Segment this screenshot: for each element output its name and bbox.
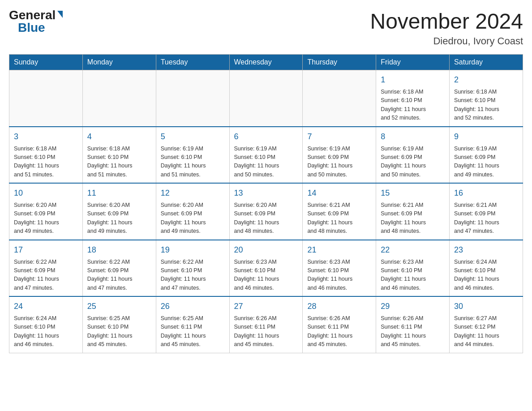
day-info: Sunrise: 6:26 AM Sunset: 6:11 PM Dayligh… (234, 314, 298, 349)
day-number: 17 (14, 244, 78, 256)
logo: General Blue (9, 9, 63, 34)
col-tuesday: Tuesday (156, 55, 229, 70)
calendar-cell: 19Sunrise: 6:22 AM Sunset: 6:10 PM Dayli… (156, 240, 229, 297)
calendar-cell: 15Sunrise: 6:21 AM Sunset: 6:09 PM Dayli… (376, 183, 450, 240)
main-title: November 2024 (370, 9, 523, 34)
calendar-cell: 25Sunrise: 6:25 AM Sunset: 6:10 PM Dayli… (82, 296, 156, 353)
day-number: 22 (381, 244, 445, 256)
day-info: Sunrise: 6:23 AM Sunset: 6:10 PM Dayligh… (381, 258, 445, 293)
day-info: Sunrise: 6:20 AM Sunset: 6:09 PM Dayligh… (234, 201, 298, 236)
calendar-cell: 4Sunrise: 6:18 AM Sunset: 6:10 PM Daylig… (82, 127, 156, 184)
day-number: 19 (161, 244, 225, 256)
day-info: Sunrise: 6:19 AM Sunset: 6:10 PM Dayligh… (161, 145, 225, 180)
day-number: 15 (381, 187, 445, 199)
day-number: 2 (454, 74, 518, 86)
header: General Blue November 2024 Diedrou, Ivor… (9, 9, 523, 47)
day-info: Sunrise: 6:19 AM Sunset: 6:09 PM Dayligh… (381, 145, 445, 180)
header-row: Sunday Monday Tuesday Wednesday Thursday… (9, 55, 523, 70)
calendar-cell: 6Sunrise: 6:19 AM Sunset: 6:10 PM Daylig… (229, 127, 303, 184)
calendar-cell: 30Sunrise: 6:27 AM Sunset: 6:12 PM Dayli… (450, 296, 523, 353)
calendar-week-2: 3Sunrise: 6:18 AM Sunset: 6:10 PM Daylig… (9, 127, 523, 184)
calendar-cell: 20Sunrise: 6:23 AM Sunset: 6:10 PM Dayli… (229, 240, 303, 297)
day-info: Sunrise: 6:20 AM Sunset: 6:09 PM Dayligh… (87, 201, 151, 236)
day-number: 18 (87, 244, 151, 256)
day-number: 11 (87, 187, 151, 199)
day-info: Sunrise: 6:19 AM Sunset: 6:09 PM Dayligh… (307, 145, 371, 180)
calendar-cell: 21Sunrise: 6:23 AM Sunset: 6:10 PM Dayli… (303, 240, 376, 297)
calendar-cell: 16Sunrise: 6:21 AM Sunset: 6:09 PM Dayli… (450, 183, 523, 240)
day-number: 10 (14, 187, 78, 199)
day-number: 12 (161, 187, 225, 199)
day-info: Sunrise: 6:25 AM Sunset: 6:11 PM Dayligh… (161, 314, 225, 349)
day-number: 4 (87, 131, 151, 143)
col-monday: Monday (82, 55, 156, 70)
day-info: Sunrise: 6:20 AM Sunset: 6:09 PM Dayligh… (14, 201, 78, 236)
day-info: Sunrise: 6:24 AM Sunset: 6:10 PM Dayligh… (14, 314, 78, 349)
day-number: 13 (234, 187, 298, 199)
calendar-cell: 23Sunrise: 6:24 AM Sunset: 6:10 PM Dayli… (450, 240, 523, 297)
calendar-cell: 14Sunrise: 6:21 AM Sunset: 6:09 PM Dayli… (303, 183, 376, 240)
calendar-week-5: 24Sunrise: 6:24 AM Sunset: 6:10 PM Dayli… (9, 296, 523, 353)
calendar-cell: 18Sunrise: 6:22 AM Sunset: 6:09 PM Dayli… (82, 240, 156, 297)
day-info: Sunrise: 6:25 AM Sunset: 6:10 PM Dayligh… (87, 314, 151, 349)
subtitle: Diedrou, Ivory Coast (370, 35, 523, 47)
day-number: 25 (87, 300, 151, 313)
calendar-cell (303, 70, 376, 127)
col-thursday: Thursday (303, 55, 376, 70)
day-info: Sunrise: 6:18 AM Sunset: 6:10 PM Dayligh… (454, 88, 518, 123)
day-number: 5 (161, 131, 225, 143)
day-info: Sunrise: 6:21 AM Sunset: 6:09 PM Dayligh… (381, 201, 445, 236)
calendar-cell (229, 70, 303, 127)
day-info: Sunrise: 6:22 AM Sunset: 6:09 PM Dayligh… (14, 258, 78, 293)
calendar-cell: 9Sunrise: 6:19 AM Sunset: 6:09 PM Daylig… (450, 127, 523, 184)
col-wednesday: Wednesday (229, 55, 303, 70)
calendar-cell: 5Sunrise: 6:19 AM Sunset: 6:10 PM Daylig… (156, 127, 229, 184)
calendar-cell: 22Sunrise: 6:23 AM Sunset: 6:10 PM Dayli… (376, 240, 450, 297)
calendar-cell: 13Sunrise: 6:20 AM Sunset: 6:09 PM Dayli… (229, 183, 303, 240)
col-sunday: Sunday (9, 55, 83, 70)
calendar-cell: 7Sunrise: 6:19 AM Sunset: 6:09 PM Daylig… (303, 127, 376, 184)
day-info: Sunrise: 6:23 AM Sunset: 6:10 PM Dayligh… (307, 258, 371, 293)
day-number: 8 (381, 131, 445, 143)
page: General Blue November 2024 Diedrou, Ivor… (9, 9, 523, 353)
calendar-cell: 8Sunrise: 6:19 AM Sunset: 6:09 PM Daylig… (376, 127, 450, 184)
calendar-cell: 3Sunrise: 6:18 AM Sunset: 6:10 PM Daylig… (9, 127, 83, 184)
calendar-cell: 10Sunrise: 6:20 AM Sunset: 6:09 PM Dayli… (9, 183, 83, 240)
logo-general-text: General (9, 9, 56, 21)
day-info: Sunrise: 6:22 AM Sunset: 6:10 PM Dayligh… (161, 258, 225, 293)
day-info: Sunrise: 6:26 AM Sunset: 6:11 PM Dayligh… (307, 314, 371, 349)
day-info: Sunrise: 6:20 AM Sunset: 6:09 PM Dayligh… (161, 201, 225, 236)
day-number: 23 (454, 244, 518, 256)
day-number: 30 (454, 300, 518, 313)
calendar-cell: 28Sunrise: 6:26 AM Sunset: 6:11 PM Dayli… (303, 296, 376, 353)
day-number: 28 (307, 300, 371, 313)
logo-triangle-icon (57, 11, 63, 18)
day-number: 24 (14, 300, 78, 313)
col-saturday: Saturday (450, 55, 523, 70)
day-info: Sunrise: 6:23 AM Sunset: 6:10 PM Dayligh… (234, 258, 298, 293)
day-info: Sunrise: 6:21 AM Sunset: 6:09 PM Dayligh… (307, 201, 371, 236)
day-number: 21 (307, 244, 371, 256)
day-number: 7 (307, 131, 371, 143)
calendar-cell: 17Sunrise: 6:22 AM Sunset: 6:09 PM Dayli… (9, 240, 83, 297)
day-number: 1 (381, 74, 445, 86)
col-friday: Friday (376, 55, 450, 70)
day-info: Sunrise: 6:27 AM Sunset: 6:12 PM Dayligh… (454, 314, 518, 349)
day-number: 6 (234, 131, 298, 143)
calendar-header: Sunday Monday Tuesday Wednesday Thursday… (9, 55, 523, 70)
day-info: Sunrise: 6:19 AM Sunset: 6:10 PM Dayligh… (234, 145, 298, 180)
calendar-cell: 26Sunrise: 6:25 AM Sunset: 6:11 PM Dayli… (156, 296, 229, 353)
day-info: Sunrise: 6:21 AM Sunset: 6:09 PM Dayligh… (454, 201, 518, 236)
calendar-cell: 11Sunrise: 6:20 AM Sunset: 6:09 PM Dayli… (82, 183, 156, 240)
day-info: Sunrise: 6:22 AM Sunset: 6:09 PM Dayligh… (87, 258, 151, 293)
calendar-cell (9, 70, 83, 127)
day-number: 9 (454, 131, 518, 143)
calendar-cell: 12Sunrise: 6:20 AM Sunset: 6:09 PM Dayli… (156, 183, 229, 240)
calendar-cell: 27Sunrise: 6:26 AM Sunset: 6:11 PM Dayli… (229, 296, 303, 353)
day-info: Sunrise: 6:18 AM Sunset: 6:10 PM Dayligh… (14, 145, 78, 180)
day-number: 14 (307, 187, 371, 199)
day-info: Sunrise: 6:18 AM Sunset: 6:10 PM Dayligh… (87, 145, 151, 180)
day-number: 26 (161, 300, 225, 313)
day-info: Sunrise: 6:26 AM Sunset: 6:11 PM Dayligh… (381, 314, 445, 349)
calendar: Sunday Monday Tuesday Wednesday Thursday… (9, 54, 523, 353)
